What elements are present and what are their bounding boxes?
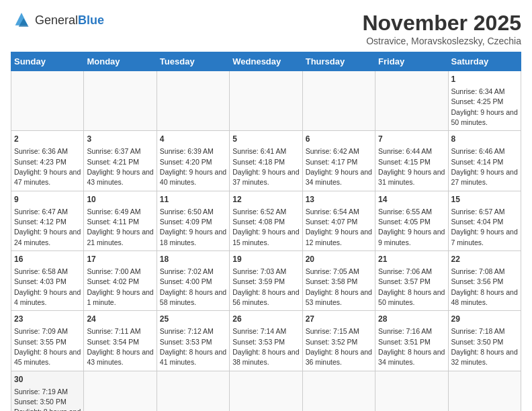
calendar-cell: 28Sunrise: 7:16 AM Sunset: 3:51 PM Dayli…	[375, 311, 448, 371]
title-block: November 2025 Ostravice, Moravskoslezsky…	[362, 11, 521, 46]
day-number: 9	[14, 194, 81, 205]
calendar-cell: 5Sunrise: 6:41 AM Sunset: 4:18 PM Daylig…	[230, 131, 302, 191]
calendar-cell: 13Sunrise: 6:54 AM Sunset: 4:07 PM Dayli…	[302, 191, 375, 250]
calendar-cell: 3Sunrise: 6:37 AM Sunset: 4:21 PM Daylig…	[84, 131, 157, 191]
calendar-cell: 4Sunrise: 6:39 AM Sunset: 4:20 PM Daylig…	[157, 131, 229, 191]
calendar-cell	[230, 71, 302, 131]
day-number: 6	[306, 134, 372, 145]
col-header-saturday: Saturday	[448, 52, 521, 71]
day-info: Sunrise: 7:12 AM Sunset: 3:53 PM Dayligh…	[160, 327, 226, 366]
day-number: 3	[87, 134, 153, 145]
day-info: Sunrise: 6:36 AM Sunset: 4:23 PM Dayligh…	[14, 147, 81, 186]
day-info: Sunrise: 7:03 AM Sunset: 3:59 PM Dayligh…	[232, 267, 299, 306]
day-info: Sunrise: 6:37 AM Sunset: 4:21 PM Dayligh…	[87, 147, 153, 186]
day-number: 19	[232, 254, 299, 265]
day-headers-row: SundayMondayTuesdayWednesdayThursdayFrid…	[11, 52, 521, 71]
day-number: 22	[451, 254, 518, 265]
calendar-cell: 11Sunrise: 6:50 AM Sunset: 4:09 PM Dayli…	[157, 191, 229, 250]
logo: GeneralBlue	[11, 11, 104, 30]
calendar-table: SundayMondayTuesdayWednesdayThursdayFrid…	[11, 52, 521, 411]
day-number: 5	[232, 134, 299, 145]
day-number: 2	[14, 134, 81, 145]
calendar-cell	[375, 71, 448, 131]
calendar-cell: 1Sunrise: 6:34 AM Sunset: 4:25 PM Daylig…	[448, 71, 521, 131]
day-info: Sunrise: 6:58 AM Sunset: 4:03 PM Dayligh…	[14, 267, 81, 306]
col-header-monday: Monday	[84, 52, 157, 71]
calendar-cell: 7Sunrise: 6:44 AM Sunset: 4:15 PM Daylig…	[375, 131, 448, 191]
calendar-cell: 18Sunrise: 7:02 AM Sunset: 4:00 PM Dayli…	[157, 251, 229, 311]
calendar-cell: 6Sunrise: 6:42 AM Sunset: 4:17 PM Daylig…	[302, 131, 375, 191]
day-number: 17	[87, 254, 153, 265]
calendar-cell	[157, 71, 229, 131]
calendar-cell: 25Sunrise: 7:12 AM Sunset: 3:53 PM Dayli…	[157, 311, 229, 371]
calendar-cell: 21Sunrise: 7:06 AM Sunset: 3:57 PM Dayli…	[375, 251, 448, 311]
day-number: 20	[306, 254, 372, 265]
calendar-cell	[84, 371, 157, 411]
day-number: 27	[306, 314, 372, 325]
col-header-sunday: Sunday	[11, 52, 84, 71]
day-info: Sunrise: 7:05 AM Sunset: 3:58 PM Dayligh…	[306, 267, 372, 306]
day-info: Sunrise: 7:19 AM Sunset: 3:50 PM Dayligh…	[14, 387, 81, 411]
calendar-cell: 23Sunrise: 7:09 AM Sunset: 3:55 PM Dayli…	[11, 311, 84, 371]
day-info: Sunrise: 7:16 AM Sunset: 3:51 PM Dayligh…	[378, 327, 445, 366]
day-info: Sunrise: 6:47 AM Sunset: 4:12 PM Dayligh…	[14, 208, 81, 246]
day-number: 14	[378, 194, 445, 205]
calendar-cell	[157, 371, 229, 411]
calendar-cell	[302, 71, 375, 131]
week-row-3: 9Sunrise: 6:47 AM Sunset: 4:12 PM Daylig…	[11, 191, 521, 250]
day-number: 18	[160, 254, 226, 265]
calendar-cell: 10Sunrise: 6:49 AM Sunset: 4:11 PM Dayli…	[84, 191, 157, 250]
day-info: Sunrise: 7:15 AM Sunset: 3:52 PM Dayligh…	[306, 327, 372, 366]
day-info: Sunrise: 7:11 AM Sunset: 3:54 PM Dayligh…	[87, 327, 153, 366]
day-number: 23	[14, 314, 81, 325]
day-number: 30	[14, 374, 81, 385]
week-row-4: 16Sunrise: 6:58 AM Sunset: 4:03 PM Dayli…	[11, 251, 521, 311]
calendar-cell: 29Sunrise: 7:18 AM Sunset: 3:50 PM Dayli…	[448, 311, 521, 371]
month-title: November 2025	[362, 11, 521, 36]
day-info: Sunrise: 6:44 AM Sunset: 4:15 PM Dayligh…	[378, 147, 445, 186]
calendar-cell: 17Sunrise: 7:00 AM Sunset: 4:02 PM Dayli…	[84, 251, 157, 311]
calendar-cell: 30Sunrise: 7:19 AM Sunset: 3:50 PM Dayli…	[11, 371, 84, 411]
col-header-wednesday: Wednesday	[230, 52, 302, 71]
week-row-1: 1Sunrise: 6:34 AM Sunset: 4:25 PM Daylig…	[11, 71, 521, 131]
week-row-2: 2Sunrise: 6:36 AM Sunset: 4:23 PM Daylig…	[11, 131, 521, 191]
calendar-cell: 8Sunrise: 6:46 AM Sunset: 4:14 PM Daylig…	[448, 131, 521, 191]
calendar-cell	[230, 371, 302, 411]
day-info: Sunrise: 7:06 AM Sunset: 3:57 PM Dayligh…	[378, 267, 445, 306]
day-info: Sunrise: 6:52 AM Sunset: 4:08 PM Dayligh…	[232, 208, 299, 246]
general-blue-icon	[11, 11, 32, 30]
day-number: 25	[160, 314, 226, 325]
day-number: 7	[378, 134, 445, 145]
day-number: 21	[378, 254, 445, 265]
day-number: 15	[451, 194, 518, 205]
day-info: Sunrise: 7:18 AM Sunset: 3:50 PM Dayligh…	[451, 327, 518, 366]
week-row-6: 30Sunrise: 7:19 AM Sunset: 3:50 PM Dayli…	[11, 371, 521, 411]
day-number: 16	[14, 254, 81, 265]
col-header-tuesday: Tuesday	[157, 52, 229, 71]
calendar-cell: 24Sunrise: 7:11 AM Sunset: 3:54 PM Dayli…	[84, 311, 157, 371]
week-row-5: 23Sunrise: 7:09 AM Sunset: 3:55 PM Dayli…	[11, 311, 521, 371]
day-info: Sunrise: 6:41 AM Sunset: 4:18 PM Dayligh…	[232, 147, 299, 186]
location-subtitle: Ostravice, Moravskoslezsky, Czechia	[362, 36, 521, 46]
day-number: 8	[451, 134, 518, 145]
calendar-cell: 20Sunrise: 7:05 AM Sunset: 3:58 PM Dayli…	[302, 251, 375, 311]
calendar-cell	[448, 371, 521, 411]
calendar-cell: 27Sunrise: 7:15 AM Sunset: 3:52 PM Dayli…	[302, 311, 375, 371]
day-number: 26	[232, 314, 299, 325]
calendar-cell	[302, 371, 375, 411]
day-info: Sunrise: 6:46 AM Sunset: 4:14 PM Dayligh…	[451, 147, 518, 186]
day-info: Sunrise: 6:57 AM Sunset: 4:04 PM Dayligh…	[451, 208, 518, 246]
day-number: 1	[451, 74, 518, 85]
day-info: Sunrise: 7:02 AM Sunset: 4:00 PM Dayligh…	[160, 267, 226, 306]
day-info: Sunrise: 6:55 AM Sunset: 4:05 PM Dayligh…	[378, 208, 445, 246]
day-number: 10	[87, 194, 153, 205]
day-number: 4	[160, 134, 226, 145]
calendar-cell: 16Sunrise: 6:58 AM Sunset: 4:03 PM Dayli…	[11, 251, 84, 311]
calendar-cell	[84, 71, 157, 131]
day-info: Sunrise: 6:42 AM Sunset: 4:17 PM Dayligh…	[306, 147, 372, 186]
day-info: Sunrise: 6:54 AM Sunset: 4:07 PM Dayligh…	[306, 208, 372, 246]
day-number: 24	[87, 314, 153, 325]
day-info: Sunrise: 7:00 AM Sunset: 4:02 PM Dayligh…	[87, 267, 153, 306]
calendar-cell	[11, 71, 84, 131]
col-header-friday: Friday	[375, 52, 448, 71]
